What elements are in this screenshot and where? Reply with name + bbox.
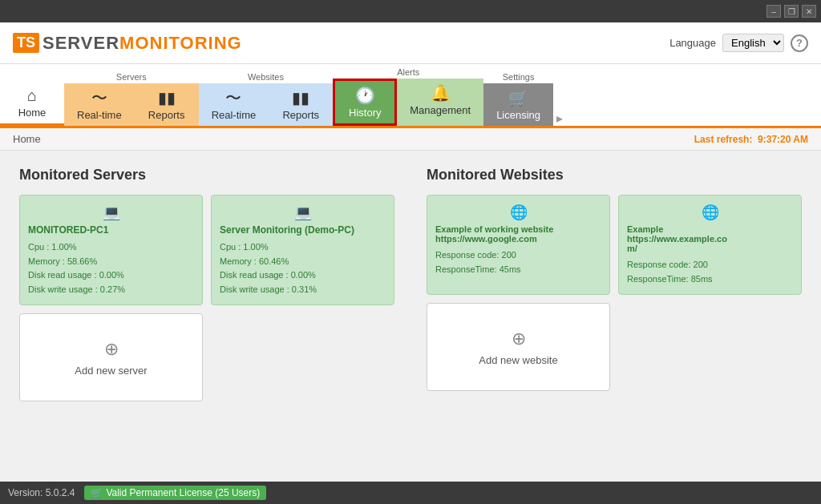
add-server-card[interactable]: ⊕ Add new server	[19, 313, 203, 401]
header-right: Language English ?	[669, 34, 808, 52]
nav-settings-licensing-label: Licensing	[496, 109, 540, 121]
license-badge: 🛒 Valid Permanent License (25 Users)	[84, 486, 266, 500]
server-0-cpu: Cpu : 1.00%	[28, 240, 194, 255]
server-1-stats: Cpu : 1.00% Memory : 60.46% Disk read us…	[220, 240, 386, 296]
realtime-icon: 〜	[91, 90, 107, 106]
nav-websites-realtime[interactable]: 〜 Real-time	[199, 83, 269, 126]
help-button[interactable]: ?	[791, 34, 808, 52]
nav-websites-realtime-label: Real-time	[212, 109, 257, 121]
monitored-websites-section: Monitored Websites 🌐 Example of working …	[427, 167, 802, 462]
restore-button[interactable]: ❐	[784, 5, 799, 18]
window-controls: – ❐ ✕	[766, 5, 816, 18]
website-1-response-time: ResponseTime: 85ms	[627, 272, 793, 287]
add-server-icon: ⊕	[104, 339, 119, 360]
server-0-memory: Memory : 58.66%	[28, 255, 194, 269]
nav-settings-licensing[interactable]: 🛒 Licensing	[483, 83, 553, 126]
nav-websites-reports[interactable]: ▮▮ Reports	[269, 83, 333, 126]
website-0-name: Example of working websitehttps://www.go…	[435, 224, 601, 244]
home-icon: ⌂	[27, 87, 37, 103]
server-card-1[interactable]: 💻 Server Monitoring (Demo-PC) Cpu : 1.00…	[211, 195, 394, 305]
logo-ts: TS	[13, 33, 39, 53]
website-card-1[interactable]: 🌐 Examplehttps://www.example.com/ Respon…	[618, 195, 802, 295]
last-refresh-time: 9:37:20 AM	[758, 134, 808, 145]
settings-items: 🛒 Licensing	[483, 83, 553, 126]
last-refresh: Last refresh: 9:37:20 AM	[694, 134, 808, 145]
website-1-icon: 🌐	[627, 204, 793, 221]
nav-websites-reports-label: Reports	[282, 109, 319, 121]
history-icon: 🕐	[355, 87, 375, 103]
logo: TS SERVERMONITORING	[13, 33, 242, 54]
servers-grid: 💻 MONITORED-PC1 Cpu : 1.00% Memory : 58.…	[19, 195, 394, 401]
nav-servers-realtime[interactable]: 〜 Real-time	[64, 83, 135, 126]
websites-reports-icon: ▮▮	[292, 90, 309, 106]
nav-alerts-history[interactable]: 🕐 History	[333, 79, 397, 126]
server-1-memory: Memory : 60.46%	[220, 255, 386, 269]
server-0-stats: Cpu : 1.00% Memory : 58.66% Disk read us…	[28, 240, 194, 296]
website-0-response-time: ResponseTime: 45ms	[435, 263, 601, 277]
nav-servers-reports[interactable]: ▮▮ Reports	[135, 83, 199, 126]
last-refresh-label: Last refresh:	[694, 134, 753, 145]
servers-items: 〜 Real-time ▮▮ Reports	[64, 83, 199, 126]
nav-group-settings: Settings 🛒 Licensing	[483, 69, 553, 126]
website-0-stats: Response code: 200 ResponseTime: 45ms	[435, 248, 601, 276]
settings-group-label: Settings	[483, 69, 553, 83]
nav-home-label: Home	[18, 107, 47, 119]
add-website-icon: ⊕	[512, 329, 526, 349]
website-0-response-code: Response code: 200	[435, 248, 601, 263]
server-0-name: MONITORED-PC1	[28, 224, 194, 236]
breadcrumb-path: Home	[13, 133, 41, 145]
website-card-0[interactable]: 🌐 Example of working websitehttps://www.…	[427, 195, 610, 295]
website-1-name: Examplehttps://www.example.com/	[627, 224, 793, 253]
server-0-diskwrite: Disk write usage : 0.27%	[28, 283, 194, 297]
add-website-card[interactable]: ⊕ Add new website	[427, 303, 610, 391]
logo-monitoring: MONITORING	[119, 33, 242, 53]
logo-text: SERVERMONITORING	[42, 33, 242, 54]
websites-realtime-icon: 〜	[225, 90, 241, 106]
nav-home[interactable]: ⌂ Home	[0, 81, 64, 126]
license-text: Valid Permanent License (25 Users)	[106, 487, 260, 498]
license-icon: 🛒	[91, 487, 103, 498]
monitored-websites-title: Monitored Websites	[427, 167, 802, 183]
language-label: Language	[669, 37, 716, 49]
close-button[interactable]: ✕	[802, 5, 816, 18]
nav-bar: ⌂ Home Servers 〜 Real-time ▮▮ Reports We…	[0, 64, 821, 128]
nav-alerts-management-label: Management	[410, 104, 471, 116]
server-card-0[interactable]: 💻 MONITORED-PC1 Cpu : 1.00% Memory : 58.…	[19, 195, 203, 305]
version-text: Version: 5.0.2.4	[8, 487, 75, 498]
minimize-button[interactable]: –	[766, 5, 781, 18]
server-1-diskread: Disk read usage : 0.00%	[220, 268, 386, 283]
status-bar: Version: 5.0.2.4 🛒 Valid Permanent Licen…	[0, 482, 821, 504]
nav-alerts-history-label: History	[349, 107, 381, 119]
nav-servers-realtime-label: Real-time	[77, 109, 122, 121]
breadcrumb: Home Last refresh: 9:37:20 AM	[0, 128, 821, 151]
alerts-group-label: Alerts	[333, 64, 483, 79]
nav-group-websites: Websites 〜 Real-time ▮▮ Reports	[199, 69, 334, 126]
website-1-response-code: Response code: 200	[627, 258, 793, 272]
nav-group-servers: Servers 〜 Real-time ▮▮ Reports	[64, 69, 199, 126]
website-1-stats: Response code: 200 ResponseTime: 85ms	[627, 258, 793, 286]
add-server-label: Add new server	[75, 365, 147, 377]
server-0-icon: 💻	[28, 204, 194, 221]
add-website-label: Add new website	[479, 354, 557, 366]
servers-group-label: Servers	[64, 69, 199, 83]
logo-server: SERVER	[42, 33, 119, 53]
alerts-items: 🕐 History 🔔 Management	[333, 79, 483, 126]
nav-alerts-management[interactable]: 🔔 Management	[397, 79, 483, 126]
websites-items: 〜 Real-time ▮▮ Reports	[199, 83, 334, 126]
title-bar: – ❐ ✕	[0, 0, 821, 22]
main-content: Monitored Servers 💻 MONITORED-PC1 Cpu : …	[0, 151, 821, 478]
nav-arrow-right[interactable]: ▸	[553, 111, 566, 126]
nav-servers-reports-label: Reports	[148, 109, 185, 121]
server-0-diskread: Disk read usage : 0.00%	[28, 268, 194, 283]
licensing-icon: 🛒	[508, 90, 528, 106]
reports-icon: ▮▮	[158, 90, 176, 106]
server-1-icon: 💻	[220, 204, 386, 221]
websites-group-label: Websites	[199, 69, 334, 83]
header: TS SERVERMONITORING Language English ?	[0, 22, 821, 64]
language-select[interactable]: English	[722, 34, 784, 52]
server-1-name: Server Monitoring (Demo-PC)	[220, 224, 386, 236]
management-icon: 🔔	[431, 85, 451, 101]
server-1-diskwrite: Disk write usage : 0.31%	[220, 283, 386, 297]
monitored-servers-title: Monitored Servers	[19, 167, 394, 183]
server-1-cpu: Cpu : 1.00%	[220, 240, 386, 255]
